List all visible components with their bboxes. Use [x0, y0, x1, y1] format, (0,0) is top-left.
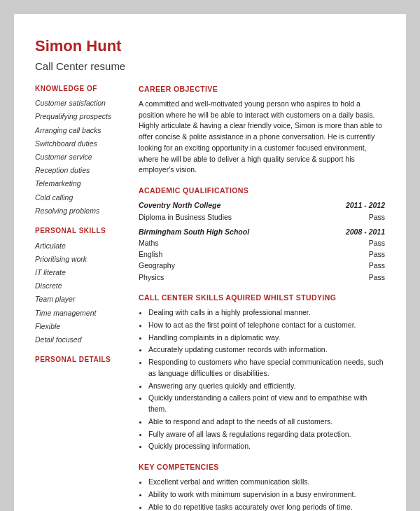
school-dates: 2008 - 2011: [346, 227, 385, 237]
subject-row: MathsPass: [139, 238, 385, 248]
skills-list-item: How to act as the first point of telepho…: [148, 320, 385, 331]
subject-name: English: [139, 249, 162, 260]
subject-result: Pass: [369, 238, 385, 248]
qualification-block: Birmingham South High School2008 - 2011M…: [139, 227, 385, 283]
subject-row: GeographyPass: [139, 260, 385, 271]
personal-skill-item: Team player: [35, 294, 126, 304]
skills-list-item: Dealing with calls in a highly professio…: [148, 307, 385, 318]
qualification-block: Coventry North College2011 - 2012Diploma…: [139, 200, 385, 222]
knowledge-item: Prequalifying prospects: [35, 111, 126, 122]
left-column: KNOWLEDGE OF Customer satisfactionPrequa…: [35, 84, 126, 511]
personal-skill-item: Prioritising work: [35, 254, 126, 265]
knowledge-heading: KNOWLEDGE OF: [35, 84, 126, 94]
skills-list-item: Fully aware of all laws & regulations re…: [148, 429, 385, 440]
subject-row: Diploma in Business StudiesPass: [139, 212, 385, 223]
personal-skills-list: ArticulatePrioritising workIT literateDi…: [35, 241, 126, 346]
knowledge-item: Arranging call backs: [35, 125, 126, 136]
skills-list-item: Able to respond and adapt to the needs o…: [148, 416, 385, 428]
body-layout: KNOWLEDGE OF Customer satisfactionPrequa…: [35, 84, 385, 511]
school-name: Coventry North College: [139, 200, 220, 211]
knowledge-item: Resolving problems: [35, 206, 126, 216]
knowledge-item: Customer service: [35, 152, 126, 162]
knowledge-item: Cold calling: [35, 192, 126, 203]
skills-list-item: Handling complaints in a diplomatic way.: [148, 332, 385, 344]
subject-result: Pass: [369, 272, 385, 283]
personal-skills-heading: PERSONAL SKILLS: [35, 226, 126, 237]
subject-result: Pass: [369, 260, 385, 271]
school-name: Birmingham South High School: [139, 227, 249, 237]
personal-skill-item: Articulate: [35, 241, 126, 251]
academic-heading: ACADEMIC QUALIFICATIONS: [139, 186, 385, 196]
personal-skill-item: IT literate: [35, 267, 126, 278]
skills-list-item: Quickly understanding a callers point of…: [148, 393, 385, 415]
personal-details-heading: PERSONAL DETAILS: [35, 355, 126, 365]
knowledge-item: Switchboard duties: [35, 139, 126, 149]
subject-row: PhysicsPass: [139, 272, 385, 283]
skills-list-item: Answering any queries quickly and effici…: [148, 381, 385, 392]
competencies-list: Excellent verbal and written communicati…: [139, 477, 385, 511]
skills-heading: CALL CENTER SKILLS AQUIRED WHILST STUDYI…: [139, 293, 385, 303]
competencies-list-item: Able to do repetitive tasks accurately o…: [148, 502, 385, 511]
competencies-heading: KEY COMPETENCIES: [139, 462, 385, 472]
subject-name: Physics: [139, 272, 164, 283]
skills-list-item: Quickly processing information.: [148, 441, 385, 452]
personal-skill-item: Flexible: [35, 321, 126, 332]
subject-result: Pass: [369, 212, 385, 223]
school-row: Coventry North College2011 - 2012: [139, 200, 385, 211]
subject-name: Maths: [139, 238, 159, 248]
knowledge-item: Reception duties: [35, 165, 126, 176]
subject-name: Diploma in Business Studies: [139, 212, 232, 223]
personal-skill-item: Detail focused: [35, 335, 126, 345]
skills-list: Dealing with calls in a highly professio…: [139, 307, 385, 452]
knowledge-item: Customer satisfaction: [35, 98, 126, 108]
personal-skill-item: Discrete: [35, 281, 126, 291]
knowledge-item: Telemarketing: [35, 178, 126, 189]
skills-list-item: Responding to customers who have special…: [148, 357, 385, 379]
subject-row: EnglishPass: [139, 249, 385, 260]
qualifications-block: Coventry North College2011 - 2012Diploma…: [139, 200, 385, 283]
competencies-list-item: Excellent verbal and written communicati…: [148, 477, 385, 488]
subject-name: Geography: [139, 260, 175, 271]
career-objective-text: A committed and well-motivated young per…: [139, 99, 385, 176]
subject-result: Pass: [369, 249, 385, 260]
personal-skill-item: Time management: [35, 308, 126, 318]
candidate-name: Simon Hunt: [35, 35, 385, 57]
resume-header: Simon Hunt Call Center resume: [35, 35, 385, 74]
career-objective-heading: CAREER OBJECTIVE: [139, 84, 385, 94]
school-dates: 2011 - 2012: [346, 200, 385, 211]
resume-page: Simon Hunt Call Center resume KNOWLEDGE …: [14, 14, 406, 511]
right-column: CAREER OBJECTIVE A committed and well-mo…: [139, 84, 385, 511]
school-row: Birmingham South High School2008 - 2011: [139, 227, 385, 237]
knowledge-list: Customer satisfactionPrequalifying prosp…: [35, 98, 126, 216]
competencies-list-item: Ability to work with minimum supervision…: [148, 489, 385, 500]
skills-list-item: Accurately updating customer records wit…: [148, 344, 385, 356]
resume-title: Call Center resume: [35, 59, 385, 74]
